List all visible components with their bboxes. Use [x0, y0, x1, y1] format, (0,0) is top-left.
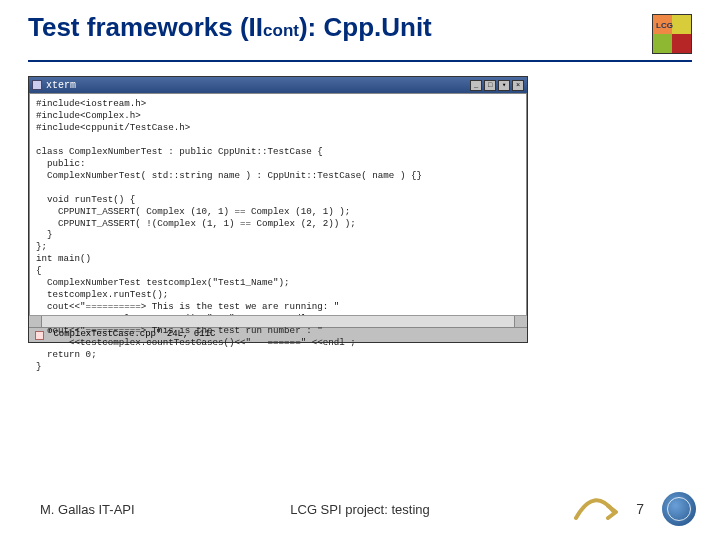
slide: Test frameworks (IIcont): Cpp.Unit LCG x…: [0, 0, 720, 540]
menu-button[interactable]: ▾: [498, 80, 510, 91]
window-buttons-group: _ □ ▾ ×: [470, 80, 524, 91]
editor-titlebar[interactable]: xterm _ □ ▾ ×: [29, 77, 527, 93]
footer-right: 7: [572, 492, 696, 526]
lcg-logo: LCG: [652, 14, 692, 54]
horizontal-scrollbar[interactable]: [29, 315, 527, 327]
footer: M. Gallas IT-API LCG SPI project: testin…: [0, 492, 720, 526]
lcg-logo-label: LCG: [656, 21, 673, 30]
editor-window: xterm _ □ ▾ × #include<iostream.h> #incl…: [28, 76, 528, 343]
title-divider: [28, 60, 692, 62]
code-content: #include<iostream.h> #include<Complex.h>…: [36, 98, 520, 373]
close-button[interactable]: ×: [512, 80, 524, 91]
page-number: 7: [636, 501, 644, 517]
title-prefix: Test frameworks (II: [28, 12, 263, 42]
title-suffix: ): Cpp.Unit: [299, 12, 432, 42]
slide-title: Test frameworks (IIcont): Cpp.Unit: [28, 12, 432, 43]
minimize-button[interactable]: _: [470, 80, 482, 91]
title-row: Test frameworks (IIcont): Cpp.Unit LCG: [28, 12, 692, 54]
editor-body[interactable]: #include<iostream.h> #include<Complex.h>…: [29, 93, 527, 315]
footer-author: M. Gallas IT-API: [40, 502, 135, 517]
terminal-icon: [32, 80, 42, 90]
editor-titlebar-text: xterm: [46, 79, 76, 92]
cern-logo: [662, 492, 696, 526]
arc-icon: [572, 492, 618, 526]
footer-center: LCG SPI project: testing: [290, 502, 429, 517]
maximize-button[interactable]: □: [484, 80, 496, 91]
title-subscript: cont: [263, 21, 299, 40]
